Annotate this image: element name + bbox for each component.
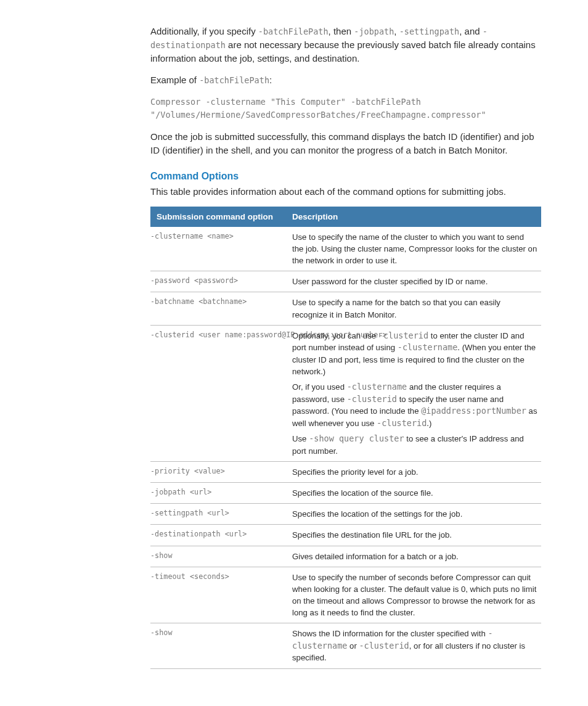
table-cell-paragraph: Or, if you used -clustername and the clu…: [292, 381, 537, 429]
text: Example of: [150, 75, 199, 85]
table-row: -showGives detailed information for a ba…: [150, 546, 541, 567]
table-cell-option: -show: [150, 546, 286, 567]
code-span: -show query cluster: [309, 433, 404, 443]
text: :: [269, 75, 272, 85]
table-cell-option: -jobpath <url>: [150, 483, 286, 504]
code-span: -batchFilePath: [199, 75, 269, 85]
table-cell-option: -settingpath <url>: [150, 504, 286, 525]
table-cell-option: -timeout <seconds>: [150, 567, 286, 623]
section-heading-command-options: Command Options: [150, 169, 541, 183]
table-cell-paragraph: Specifies the location of the settings f…: [292, 508, 537, 520]
table-cell-option: -password <password>: [150, 271, 286, 292]
paragraph-batchfilepath-note: Additionally, if you specify -batchFileP…: [150, 25, 541, 65]
table-cell-description: Specifies the location of the source fil…: [286, 483, 541, 504]
code-span: -clusterid: [378, 330, 428, 340]
table-cell-paragraph: Specifies the location of the source fil…: [292, 487, 537, 499]
text: or: [347, 641, 359, 651]
paragraph-example-label: Example of -batchFilePath:: [150, 73, 541, 87]
code-span: -batchFilePath: [258, 27, 329, 36]
table-cell-paragraph: Specifies the priority level for a job.: [292, 466, 537, 478]
code-span: -clusterid: [347, 394, 397, 404]
table-header-description: Description: [286, 207, 541, 227]
table-row: -password <password>User password for th…: [150, 271, 541, 292]
table-row: -batchname <batchname>Use to specify a n…: [150, 292, 541, 325]
text: .): [427, 419, 431, 428]
code-span: -clustername: [398, 342, 458, 352]
text: Optionally, you can use: [292, 331, 378, 340]
table-cell-description: User password for the cluster specified …: [286, 271, 541, 292]
table-cell-description: Use to specify the number of seconds bef…: [286, 567, 541, 623]
code-span: -jobpath: [354, 27, 394, 36]
text: Shows the ID information for the cluster…: [292, 629, 488, 638]
text: , and: [459, 26, 483, 36]
table-cell-option: -priority <value>: [150, 462, 286, 483]
code-span: -clusterid: [377, 418, 427, 428]
table-cell-description: Specifies the location of the settings f…: [286, 504, 541, 525]
table-cell-description: Use to specify the name of the cluster t…: [286, 227, 541, 271]
table-row: -jobpath <url>Specifies the location of …: [150, 483, 541, 504]
command-options-table: Submission command option Description -c…: [150, 207, 541, 668]
table-cell-paragraph: User password for the cluster specified …: [292, 276, 537, 287]
table-cell-option: -destinationpath <url>: [150, 525, 286, 546]
text: Or, if you used: [292, 382, 347, 392]
table-row: -timeout <seconds>Use to specify the num…: [150, 567, 541, 623]
code-example: Compressor -clustername "This Computer" …: [150, 96, 541, 121]
table-cell-description: Shows the ID information for the cluster…: [286, 623, 541, 668]
paragraph-submission-result: Once the job is submitted successfully, …: [150, 130, 541, 157]
table-cell-paragraph: Use to specify the number of seconds bef…: [292, 572, 537, 619]
table-cell-paragraph: Use to specify a name for the batch so t…: [292, 297, 537, 320]
table-cell-paragraph: Specifies the destination file URL for t…: [292, 529, 537, 541]
code-span: -clustername: [347, 382, 407, 392]
text: Additionally, if you specify: [150, 26, 258, 36]
table-cell-option: -batchname <batchname>: [150, 292, 286, 325]
table-cell-paragraph: Shows the ID information for the cluster…: [292, 628, 537, 663]
table-cell-description: Gives detailed information for a batch o…: [286, 546, 541, 567]
table-cell-paragraph: Gives detailed information for a batch o…: [292, 551, 537, 562]
table-cell-description: Use to specify a name for the batch so t…: [286, 292, 541, 325]
code-span: -settingpath: [399, 27, 460, 36]
table-cell-option: -show: [150, 623, 286, 668]
table-row: -priority <value>Specifies the priority …: [150, 462, 541, 483]
text: , then: [329, 26, 354, 36]
table-row: -destinationpath <url>Specifies the dest…: [150, 525, 541, 546]
table-row: -showShows the ID information for the cl…: [150, 623, 541, 668]
table-cell-description: Optionally, you can use -clusterid to en…: [286, 325, 541, 461]
table-cell-paragraph: Use -show query cluster to see a cluster…: [292, 433, 537, 457]
table-cell-option: -clustername <name>: [150, 227, 286, 271]
table-row: -clusterid <user name:password@IP addres…: [150, 325, 541, 461]
table-cell-description: Specifies the destination file URL for t…: [286, 525, 541, 546]
text: Use: [292, 434, 309, 443]
table-row: -settingpath <url>Specifies the location…: [150, 504, 541, 525]
table-row: -clustername <name>Use to specify the na…: [150, 227, 541, 271]
code-span: -clusterid: [359, 641, 409, 651]
table-cell-description: Specifies the priority level for a job.: [286, 462, 541, 483]
table-cell-paragraph: Use to specify the name of the cluster t…: [292, 231, 537, 266]
paragraph-section-intro: This table provides information about ea…: [150, 185, 541, 199]
table-header-option: Submission command option: [150, 207, 286, 227]
text: ,: [394, 26, 399, 36]
code-span: @ipaddress:portNumber: [421, 406, 526, 416]
table-cell-option: -clusterid <user name:password@IP addres…: [150, 325, 286, 461]
table-cell-paragraph: Optionally, you can use -clusterid to en…: [292, 330, 537, 377]
